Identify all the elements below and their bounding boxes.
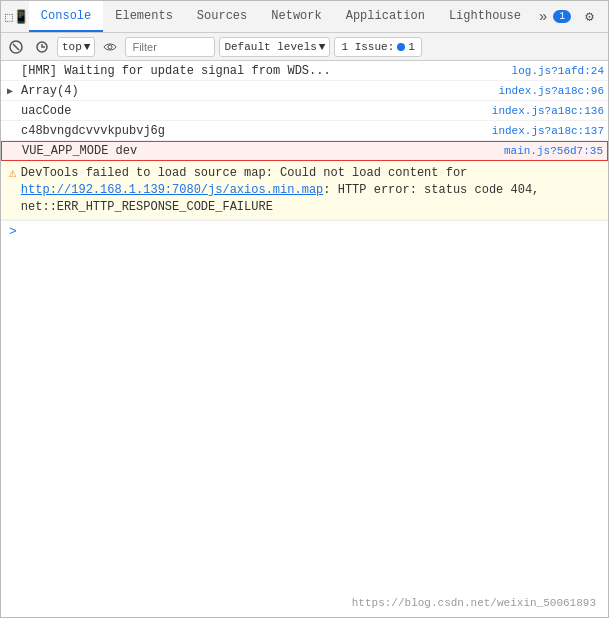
eye-filter-button[interactable] xyxy=(99,36,121,58)
console-output: [HMR] Waiting for update signal from WDS… xyxy=(1,61,608,617)
console-source-hmr[interactable]: log.js?1afd:24 xyxy=(512,65,604,77)
console-body: [HMR] Waiting for update signal from WDS… xyxy=(1,61,608,617)
tabs-list: Console Elements Sources Network Applica… xyxy=(29,1,554,32)
svg-line-1 xyxy=(13,44,19,50)
devtools-window: ⬚ 📱 Console Elements Sources Network App… xyxy=(0,0,609,618)
footer-watermark: https://blog.csdn.net/weixin_50061893 xyxy=(352,597,596,609)
tab-console[interactable]: Console xyxy=(29,1,103,32)
console-row-uaccode: uacCode index.js?a18c:136 xyxy=(1,101,608,121)
console-toolbar: top ▼ Default levels ▼ 1 Issue: 1 xyxy=(1,33,608,61)
tab-application[interactable]: Application xyxy=(334,1,437,32)
console-source-vueappmode[interactable]: main.js?56d7:35 xyxy=(504,145,603,157)
console-source-c48b[interactable]: index.js?a18c:137 xyxy=(492,125,604,137)
expand-arrow-array[interactable]: ▶ xyxy=(7,85,13,97)
console-caret[interactable]: > xyxy=(9,224,17,239)
circle-arrow-icon xyxy=(35,40,49,54)
settings-button[interactable]: ⚙ xyxy=(577,5,601,29)
tabs-toolbar: ⬚ 📱 Console Elements Sources Network App… xyxy=(1,1,608,33)
tab-lighthouse[interactable]: Lighthouse xyxy=(437,1,533,32)
console-source-uaccode[interactable]: index.js?a18c:136 xyxy=(492,105,604,117)
tab-badge: 1 xyxy=(553,10,571,23)
console-row-hmr: [HMR] Waiting for update signal from WDS… xyxy=(1,61,608,81)
clear-console-button[interactable] xyxy=(5,36,27,58)
issue-dot xyxy=(397,43,405,51)
warning-link[interactable]: http://192.168.1.139:7080/js/axios.min.m… xyxy=(21,183,323,197)
warning-text: DevTools failed to load source map: Coul… xyxy=(21,165,604,215)
tab-sources[interactable]: Sources xyxy=(185,1,259,32)
svg-point-3 xyxy=(108,45,112,49)
context-selector[interactable]: top ▼ xyxy=(57,37,95,57)
console-row-array: ▶ Array(4) index.js?a18c:96 xyxy=(1,81,608,101)
device-icon[interactable]: 📱 xyxy=(13,5,29,29)
issues-counter[interactable]: 1 Issue: 1 xyxy=(334,37,421,57)
tab-more[interactable]: » xyxy=(533,1,553,32)
tab-elements[interactable]: Elements xyxy=(103,1,185,32)
console-text-hmr: [HMR] Waiting for update signal from WDS… xyxy=(21,64,504,78)
console-text-vueappmode: VUE_APP_MODE dev xyxy=(22,144,496,158)
tab-network[interactable]: Network xyxy=(259,1,333,32)
filter-input[interactable] xyxy=(125,37,215,57)
console-text-uaccode: uacCode xyxy=(21,104,484,118)
chevron-down-icon: ▼ xyxy=(319,41,326,53)
console-text-array: Array(4) xyxy=(21,84,490,98)
console-row-vueappmode: VUE_APP_MODE dev main.js?56d7:35 xyxy=(1,141,608,161)
clear-icon xyxy=(9,40,23,54)
preserve-log-button[interactable] xyxy=(31,36,53,58)
toolbar-right: 1 ⚙ ⋮ xyxy=(553,5,609,29)
console-row-c48b: c48bvngdcvvvkpubvj6g index.js?a18c:137 xyxy=(1,121,608,141)
console-source-array[interactable]: index.js?a18c:96 xyxy=(498,85,604,97)
inspect-icon[interactable]: ⬚ xyxy=(5,5,13,29)
console-input-row: > xyxy=(1,220,608,242)
console-text-c48b: c48bvngdcvvvkpubvj6g xyxy=(21,124,484,138)
warning-icon: ⚠ xyxy=(9,165,17,181)
eye-icon xyxy=(103,42,117,52)
chevron-down-icon: ▼ xyxy=(84,41,91,53)
log-levels-selector[interactable]: Default levels ▼ xyxy=(219,37,330,57)
console-row-warning: ⚠ DevTools failed to load source map: Co… xyxy=(1,161,608,220)
